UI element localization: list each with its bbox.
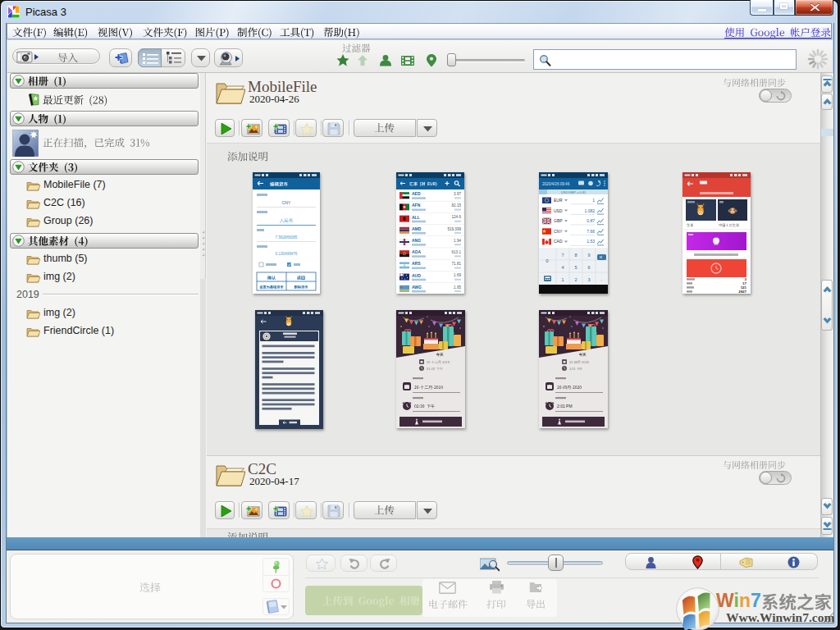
svg-text:3: 3 [587,277,590,282]
svg-text:5: 5 [574,265,577,270]
svg-text:2: 2 [574,277,577,282]
svg-text:1: 1 [561,277,564,282]
svg-text:2927: 2927 [738,290,746,294]
svg-text:CNY: CNY [554,229,563,234]
svg-text:CAD: CAD [554,239,563,244]
svg-text:1.53: 1.53 [587,239,595,244]
svg-text:CNY: CNY [282,200,291,205]
svg-text:EUR: EUR [554,198,563,203]
svg-text:AUD: AUD [412,273,421,278]
svg-text:82.15: 82.15 [452,203,462,208]
svg-text:519.399: 519.399 [447,227,461,231]
svg-text:USD/GBP = 0.81: USD/GBP = 0.81 [561,190,587,194]
svg-text:3.97: 3.97 [454,192,461,196]
svg-text:GBP: GBP [554,218,563,223]
svg-text:AFN: AFN [412,203,421,208]
svg-text:7.562866085: 7.562866085 [276,235,298,240]
svg-text:USD: USD [554,208,563,213]
svg-text:71.81: 71.81 [452,262,462,266]
svg-text:1.94: 1.94 [454,239,461,243]
svg-text:ARS: ARS [412,261,421,266]
svg-text:1.082: 1.082 [584,208,595,213]
svg-text:1.69: 1.69 [454,273,461,277]
svg-text:AOA: AOA [412,249,422,254]
svg-text:613.1: 613.1 [452,250,462,254]
svg-text:1.95: 1.95 [454,285,461,290]
svg-text:124.6: 124.6 [452,215,462,219]
svg-text:0.87: 0.87 [587,218,595,223]
svg-text:7: 7 [561,253,564,258]
svg-text:7.66: 7.66 [587,229,595,234]
svg-text:9: 9 [587,253,590,258]
svg-text:2020/4/26 09:46: 2020/4/26 09:46 [542,182,570,186]
svg-text:4: 4 [561,265,564,270]
svg-text:ALL: ALL [412,215,420,220]
svg-text:2:01 PM: 2:01 PM [557,404,573,409]
svg-text:0.130499476: 0.130499476 [276,252,298,256]
svg-text:6: 6 [587,265,590,270]
svg-text:AMD: AMD [412,226,422,231]
svg-text:1: 1 [592,198,595,203]
svg-text:ANG: ANG [412,238,421,243]
svg-text:8: 8 [574,253,577,258]
svg-text:AWG: AWG [412,285,422,290]
svg-text:AED: AED [412,191,421,196]
